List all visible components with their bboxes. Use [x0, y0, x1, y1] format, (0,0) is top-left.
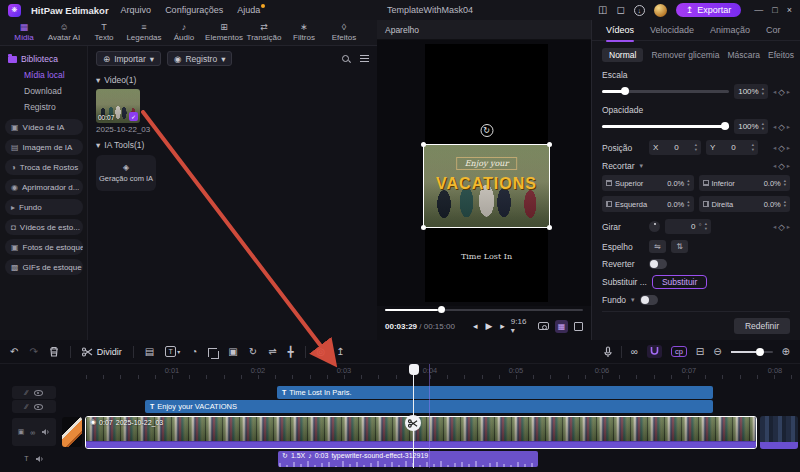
feedback-icon[interactable]: ◻ — [616, 5, 624, 15]
timeline-ruler[interactable]: 0:01 0:02 0:03 0:04 0:05 0:06 0:07 0:08 — [0, 364, 800, 380]
link-clips-icon[interactable]: ∞ — [631, 346, 638, 357]
track-link-icon[interactable]: ∞ — [30, 429, 35, 436]
menu-configuracoes[interactable]: Configurações — [163, 5, 225, 15]
undo-icon[interactable]: ↶ — [10, 346, 18, 357]
crop-label[interactable]: Recortar — [602, 161, 635, 171]
zoom-in-icon[interactable]: ⊕ — [782, 346, 790, 357]
opacity-slider[interactable] — [602, 125, 729, 128]
auto-ripple-icon[interactable]: cp — [671, 346, 687, 357]
position-x-input[interactable]: X0▴▾ — [649, 140, 701, 155]
stepper-icon[interactable]: ▴▾ — [762, 87, 764, 96]
next-frame-icon[interactable]: ▸ — [500, 321, 505, 331]
track-mute-icon[interactable] — [35, 455, 44, 463]
split-button[interactable]: Dividir — [82, 347, 122, 357]
speed-tool-icon[interactable]: ◔ — [191, 346, 197, 357]
stepper-icon[interactable]: ▴▾ — [705, 222, 707, 231]
tab-filtros[interactable]: ∗Filtros — [284, 23, 324, 42]
video-track-icon[interactable]: ▣ — [18, 428, 25, 436]
resize-handle-br[interactable] — [547, 225, 552, 230]
props-tab-videos[interactable]: Vídeos — [606, 25, 634, 35]
tab-efeitos[interactable]: ◊Efeitos — [324, 23, 364, 42]
video-clip[interactable]: ◉ 0:07 2025-10-22_03 — [85, 416, 757, 449]
sidebar-item-registro[interactable]: Registro — [0, 99, 87, 115]
video-clip-2[interactable] — [760, 416, 798, 449]
rotate-value-input[interactable]: 0°▴▾ — [665, 219, 711, 234]
crop-tool-icon[interactable] — [208, 348, 217, 357]
track-visibility-icon[interactable] — [34, 390, 43, 396]
opacity-value-input[interactable]: 100%▴▾ — [734, 119, 768, 134]
user-avatar[interactable] — [654, 4, 667, 17]
subtab-mascara[interactable]: Máscara — [727, 50, 760, 60]
tab-avatar-ai[interactable]: ☺Avatar AI — [44, 23, 84, 42]
timeline-zoom-slider[interactable] — [731, 351, 773, 353]
crop-top-input[interactable]: Superior0.0%▴▾ — [602, 175, 694, 191]
crop-grid-icon[interactable]: ▦ — [555, 320, 569, 333]
redo-icon[interactable]: ↷ — [29, 346, 37, 357]
resize-handle-bl[interactable] — [421, 225, 426, 230]
crop-keyframe-controls[interactable]: ◂◇▸ — [773, 161, 790, 171]
resize-handle-tr[interactable] — [547, 142, 552, 147]
sidebar-item-troca-rostos[interactable]: ◑Troca de Rostos — [5, 159, 83, 175]
sidebar-item-fotos-estoque[interactable]: ▣Fotos de estoque — [5, 239, 83, 255]
reverse-toggle[interactable] — [649, 259, 667, 269]
crop-right-input[interactable]: Direita0.0%▴▾ — [699, 196, 791, 212]
prev-frame-icon[interactable]: ◂ — [473, 321, 478, 331]
replace-button[interactable]: Substituir — [652, 275, 707, 289]
ia-tools-section-header[interactable]: ▾ IA Tools(1) — [88, 136, 377, 152]
background-caret-icon[interactable]: ▾ — [631, 296, 635, 304]
menu-ajuda[interactable]: Ajuda — [235, 5, 262, 15]
panel-layout-icon[interactable]: ◫ — [598, 5, 607, 15]
video-section-header[interactable]: ▾ Video(1) — [88, 71, 377, 87]
flip-tool-icon[interactable]: ⇌ — [268, 346, 276, 357]
props-tab-velocidade[interactable]: Velocidade — [650, 25, 694, 35]
rotate-handle-icon[interactable]: ↻ — [480, 124, 493, 137]
crop-left-input[interactable]: Esquerda0.0%▴▾ — [602, 196, 694, 212]
tab-legendas[interactable]: ≡Legendas — [124, 23, 164, 42]
rotate-knob[interactable] — [649, 221, 660, 232]
tab-elementos[interactable]: ⊞Elementos — [204, 23, 244, 42]
mask-tool-icon[interactable]: ▤ — [145, 346, 154, 357]
ai-generation-card[interactable]: ◈ Geração com IA — [96, 155, 156, 191]
opacity-keyframe-controls[interactable]: ◂◇▸ — [773, 122, 790, 132]
sidebar-item-imagem-ia[interactable]: ▤Imagem de IA — [5, 139, 83, 155]
track-lock-icon[interactable]: ∕∕ — [25, 403, 27, 410]
scale-value-input[interactable]: 100%▴▾ — [734, 84, 768, 99]
aspect-ratio-select[interactable]: 9:16 ▾ — [511, 317, 532, 335]
sidebar-item-biblioteca[interactable]: Biblioteca — [0, 51, 87, 67]
crop-caret-icon[interactable]: ▾ — [640, 162, 644, 170]
subtab-efeitos[interactable]: Efeitos — [768, 50, 794, 60]
clip-cover-thumbnail[interactable] — [62, 417, 82, 447]
menu-arquivo[interactable]: Arquivo — [119, 5, 154, 15]
tab-texto[interactable]: TTexto — [84, 23, 124, 42]
maximize-button[interactable]: □ — [772, 5, 777, 15]
resize-handle-tl[interactable] — [421, 142, 426, 147]
sidebar-item-fundo[interactable]: ▸Fundo — [5, 199, 83, 215]
tab-midia[interactable]: ▦Mídia — [4, 23, 44, 42]
update-icon[interactable]: ↓ — [634, 5, 645, 16]
sidebar-item-videos-estoque[interactable]: ◘Vídeos de esto... — [5, 219, 83, 235]
scale-slider[interactable] — [602, 90, 729, 93]
close-button[interactable]: × — [787, 5, 792, 15]
rotate-keyframe-controls[interactable]: ◂◇▸ — [773, 222, 790, 232]
stepper-icon[interactable]: ▴▾ — [752, 143, 754, 152]
audio-text-icon[interactable]: T — [24, 455, 28, 462]
magnet-snap-icon[interactable] — [647, 345, 662, 358]
search-icon[interactable] — [341, 54, 351, 64]
sidebar-item-gifs-estoque[interactable]: ▩GIFs de estoque — [5, 259, 83, 275]
export-frame-icon[interactable]: ↥ — [336, 346, 344, 357]
preview-canvas[interactable]: ↻ Enjoy your VACATIONS Time Lost In — [425, 44, 548, 302]
audio-clip[interactable]: ↻ 1.5X ♪ 0:03 typewriter-sound-effect-31… — [278, 451, 538, 467]
import-button[interactable]: ⊕ Importar ▾ — [96, 51, 161, 66]
transform-tool-icon[interactable]: ▣ — [228, 346, 237, 357]
track-lock-icon[interactable]: ∕∕ — [25, 389, 27, 396]
person-track-icon[interactable]: ◎ — [317, 346, 326, 357]
track-mute-icon[interactable] — [41, 428, 50, 436]
position-y-input[interactable]: Y0▴▾ — [706, 140, 758, 155]
freeze-frame-icon[interactable]: ╋ — [288, 346, 294, 357]
stepper-icon[interactable]: ▴▾ — [762, 122, 764, 131]
text-clip-time-lost[interactable]: T Time Lost In Paris. — [277, 386, 713, 399]
props-tab-animacao[interactable]: Animação — [710, 25, 750, 35]
position-keyframe-controls[interactable]: ◂◇▸ — [773, 143, 790, 153]
tab-transicao[interactable]: ⇄Transição — [244, 23, 284, 42]
scale-keyframe-controls[interactable]: ◂◇▸ — [773, 87, 790, 97]
